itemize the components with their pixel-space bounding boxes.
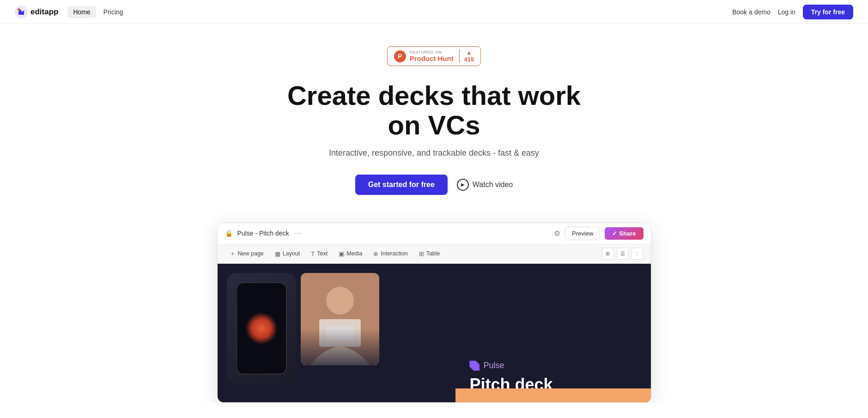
phone-screen <box>236 282 287 375</box>
titlebar-left: 🔒 Pulse - Pitch deck ··· <box>225 229 303 237</box>
table-icon: ⊞ <box>419 250 424 257</box>
hero-section: P FEATURED ON Product Hunt ▲ 415 Create … <box>0 0 868 213</box>
share-button[interactable]: ✓Share <box>605 227 643 240</box>
svg-point-3 <box>326 287 354 315</box>
nav-link-pricing[interactable]: Pricing <box>98 6 129 18</box>
ph-featured-label: FEATURED ON <box>410 50 442 55</box>
lock-icon: 🔒 <box>225 230 233 237</box>
pulse-logo-row: Pulse <box>469 361 637 371</box>
new-page-icon: ＋ <box>230 249 236 258</box>
phone-mockup <box>227 273 296 384</box>
canvas-left-images <box>218 264 456 402</box>
nav-links: Home Pricing <box>67 6 128 18</box>
ph-logo: P <box>394 50 406 62</box>
preview-button[interactable]: Preview <box>565 227 600 240</box>
text-label: Text <box>317 250 328 257</box>
nav-left: editapp Home Pricing <box>15 6 129 18</box>
document-title[interactable]: Pulse - Pitch deck <box>237 230 289 237</box>
new-page-button[interactable]: ＋ New page <box>225 247 268 260</box>
interaction-icon: ⊕ <box>373 250 378 257</box>
ph-name: Product Hunt <box>410 55 454 62</box>
media-button[interactable]: ▣ Media <box>334 248 367 260</box>
play-icon: ▶ <box>457 179 469 191</box>
table-button[interactable]: ⊞ Table <box>414 248 445 260</box>
titlebar-right: ⚙ Preview ✓Share <box>554 227 643 240</box>
ph-text-block: FEATURED ON Product Hunt <box>410 50 454 62</box>
settings-icon[interactable]: ⚙ <box>554 229 560 238</box>
editor-mockup-container: 🔒 Pulse - Pitch deck ··· ⚙ Preview ✓Shar… <box>0 213 868 403</box>
layout-label: Layout <box>283 250 300 257</box>
ph-count: 415 <box>464 56 474 63</box>
view-grid-button[interactable]: ⊞ <box>602 248 614 260</box>
nav-link-home[interactable]: Home <box>67 6 96 18</box>
canvas-bottom-strip <box>455 388 650 402</box>
media-icon: ▣ <box>339 250 344 257</box>
canvas-right-branding: Pulse Pitch deck <box>455 264 650 402</box>
editor-toolbar: ＋ New page ▦ Layout T Text ▣ Media ⊕ I <box>218 244 651 264</box>
share-icon: ✓ <box>612 230 617 237</box>
table-label: Table <box>426 250 440 257</box>
get-started-button[interactable]: Get started for free <box>355 175 448 195</box>
pulse-brand-name: Pulse <box>483 361 504 370</box>
ph-score-block: ▲ 415 <box>459 49 474 63</box>
view-compact-button[interactable]: ⋮ <box>631 248 643 260</box>
media-label: Media <box>346 250 362 257</box>
text-button[interactable]: T Text <box>306 248 332 260</box>
ph-arrow-icon: ▲ <box>467 49 472 56</box>
try-free-button[interactable]: Try for free <box>803 5 853 19</box>
login-link[interactable]: Log in <box>778 8 795 16</box>
watch-video-label: Watch video <box>473 181 513 189</box>
logo-icon <box>15 6 28 18</box>
laptop-person-image <box>301 273 379 365</box>
view-list-button[interactable]: ☰ <box>617 248 629 260</box>
watch-video-button[interactable]: ▶ Watch video <box>457 179 513 191</box>
layout-icon: ▦ <box>275 250 280 257</box>
hero-ctas: Get started for free ▶ Watch video <box>355 175 513 195</box>
editor-window: 🔒 Pulse - Pitch deck ··· ⚙ Preview ✓Shar… <box>217 223 651 403</box>
product-hunt-badge[interactable]: P FEATURED ON Product Hunt ▲ 415 <box>387 46 481 66</box>
interaction-button[interactable]: ⊕ Interaction <box>369 248 412 260</box>
svg-point-1 <box>18 8 20 11</box>
toolbar-view-controls: ⊞ ☰ ⋮ <box>602 248 643 260</box>
nav-right: Book a demo Log in Try for free <box>732 5 853 19</box>
hero-title: Create decks that work on VCs <box>273 81 596 140</box>
canvas-content: Pulse Pitch deck <box>218 264 651 402</box>
editor-titlebar: 🔒 Pulse - Pitch deck ··· ⚙ Preview ✓Shar… <box>218 223 651 244</box>
editor-canvas: Pulse Pitch deck <box>218 264 651 402</box>
new-page-label: New page <box>238 250 264 257</box>
logo[interactable]: editapp <box>15 6 58 18</box>
navbar: editapp Home Pricing Book a demo Log in … <box>0 0 868 24</box>
pulse-logo-icon <box>469 361 480 371</box>
book-demo-link[interactable]: Book a demo <box>732 8 771 16</box>
layout-button[interactable]: ▦ Layout <box>270 248 305 260</box>
more-options-icon[interactable]: ··· <box>294 229 303 237</box>
laptop-overlay <box>301 328 379 365</box>
interaction-label: Interaction <box>381 250 407 257</box>
person-background <box>301 273 379 365</box>
logo-text: editapp <box>30 7 58 17</box>
toolbar-buttons: ＋ New page ▦ Layout T Text ▣ Media ⊕ I <box>225 247 445 260</box>
phone-glow <box>245 312 278 345</box>
text-icon: T <box>311 250 315 257</box>
hero-subtitle: Interactive, responsive, and trackable d… <box>329 148 539 158</box>
